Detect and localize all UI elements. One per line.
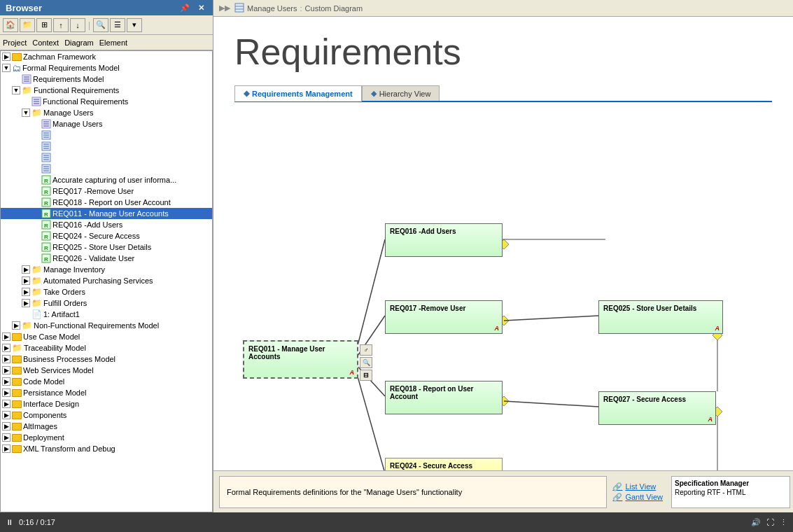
list-view-btn[interactable]: 🔗 List View: [612, 482, 663, 491]
tree-item-fulfill-orders[interactable]: ▶📁Fulfill Orders: [1, 298, 212, 309]
tree-item-persistance[interactable]: ▶Persistance Model: [1, 387, 212, 398]
node-tool-2[interactable]: 🔍: [360, 357, 372, 368]
menu-project[interactable]: Project: [3, 38, 27, 47]
toolbar-btn-8[interactable]: ▾: [127, 18, 142, 32]
tree-item-components[interactable]: ▶Components: [1, 410, 212, 421]
sidebar-title: Browser: [6, 3, 42, 13]
app-container: Browser 📌 ✕ 🏠 📁 ⊞ ↑ ↓ | 🔍 ☰ ▾ Project Co…: [0, 0, 793, 532]
tree-item-req018[interactable]: RREQ018 - Report on User Account: [1, 197, 212, 208]
fullscreen-btn[interactable]: ⛶: [766, 518, 774, 526]
breadcrumb-custom-diagram: Custom Diagram: [305, 4, 363, 13]
toolbar-btn-5[interactable]: ↓: [70, 18, 85, 32]
expand-btn-formal-req[interactable]: ▼: [2, 64, 10, 72]
expand-btn-zachman[interactable]: ▶: [2, 52, 10, 61]
expand-btn-business-proc[interactable]: ▶: [2, 355, 10, 363]
tab-req-management[interactable]: ◆ Requirements Management: [234, 85, 362, 102]
tree-item-accurate[interactable]: RAccurate capturing of user informa...: [1, 174, 212, 186]
tab-hierarchy[interactable]: ◆ Hierarchy View: [362, 85, 440, 101]
diagram-content[interactable]: Requirements ◆ Requirements Management ◆…: [213, 17, 793, 470]
tree-item-zachman[interactable]: ▶Zachman Framework: [1, 51, 212, 62]
volume-btn[interactable]: 🔊: [751, 518, 761, 527]
tree-item-deployment[interactable]: ▶Deployment: [1, 432, 212, 443]
gantt-view-btn[interactable]: 🔗 Gantt View: [612, 493, 663, 502]
expand-btn-manage-inventory[interactable]: ▶: [22, 265, 30, 274]
tree-item-alt-images[interactable]: ▶AltImages: [1, 421, 212, 432]
toolbar-btn-3[interactable]: ⊞: [36, 18, 52, 32]
tree-label-req-model: Requirements Model: [33, 75, 104, 83]
expand-btn-non-func[interactable]: ▶: [12, 321, 20, 330]
diagram-title: Requirements: [213, 17, 793, 80]
tree-item-business-proc[interactable]: ▶Business Processes Model: [1, 354, 212, 365]
sidebar-tree[interactable]: ▶Zachman Framework▼🗂Formal Requirements …: [0, 50, 213, 512]
tree-item-functional-req[interactable]: ▼📁Functional Requirements: [1, 85, 212, 96]
menu-element[interactable]: Element: [99, 38, 127, 47]
toolbar-btn-4[interactable]: ↑: [53, 18, 69, 32]
node-tool-1[interactable]: ♂: [360, 344, 372, 356]
tree-item-traceability[interactable]: ▶📁Traceability Model: [1, 342, 212, 354]
tree-item-list2[interactable]: [1, 141, 212, 152]
expand-btn-interface-design[interactable]: ▶: [2, 400, 10, 408]
tree-label-req025: REQ025 - Store User Details: [52, 243, 151, 251]
tree-label-non-func: Non-Functional Requirements Model: [34, 321, 159, 330]
tree-label-take-orders: Take Orders: [43, 288, 85, 296]
expand-btn-take-orders[interactable]: ▶: [22, 288, 30, 296]
tree-item-req011[interactable]: RREQ011 - Manage User Accounts: [1, 208, 212, 219]
toolbar-btn-1[interactable]: 🏠: [3, 18, 18, 32]
tree-item-manage-users-item[interactable]: Manage Users: [1, 118, 212, 130]
node-req017[interactable]: REQ017 -Remove User A: [385, 300, 503, 334]
tree-item-code-model[interactable]: ▶Code Model: [1, 376, 212, 387]
svg-line-54: [504, 316, 598, 321]
expand-btn-xml-transform[interactable]: ▶: [2, 444, 10, 453]
tree-item-interface-design[interactable]: ▶Interface Design: [1, 398, 212, 410]
tree-item-use-case[interactable]: ▶Use Case Model: [1, 331, 212, 342]
tree-item-list3[interactable]: [1, 152, 212, 163]
tree-item-req017[interactable]: RREQ017 -Remove User: [1, 186, 212, 197]
node-req011[interactable]: REQ011 - Manage UserAccounts A ♂ 🔍 ⊟: [243, 340, 358, 379]
tree-item-req026[interactable]: RREQ026 - Validate User: [1, 253, 212, 264]
expand-btn-deployment[interactable]: ▶: [2, 433, 10, 442]
node-req024[interactable]: REQ024 - Secure Access: [385, 458, 503, 470]
toolbar-btn-6[interactable]: 🔍: [93, 18, 108, 32]
tree-item-manage-users[interactable]: ▼📁Manage Users: [1, 107, 212, 118]
tree-item-req-model[interactable]: Requirements Model: [1, 74, 212, 85]
expand-btn-manage-users[interactable]: ▼: [22, 108, 30, 117]
play-pause-btn[interactable]: ⏸: [6, 518, 13, 526]
tree-item-artifact1[interactable]: 📄1: Artifact1: [1, 309, 212, 320]
expand-btn-use-case[interactable]: ▶: [2, 332, 10, 341]
expand-btn-persistance[interactable]: ▶: [2, 388, 10, 397]
tree-item-web-services[interactable]: ▶Web Services Model: [1, 365, 212, 376]
menu-context[interactable]: Context: [32, 38, 59, 47]
expand-btn-code-model[interactable]: ▶: [2, 377, 10, 386]
node-req016[interactable]: REQ016 -Add Users: [385, 223, 503, 257]
node-tool-3[interactable]: ⊟: [360, 370, 372, 381]
expand-btn-web-services[interactable]: ▶: [2, 366, 10, 374]
expand-btn-auto-purchasing[interactable]: ▶: [22, 276, 30, 285]
toolbar-btn-7[interactable]: ☰: [110, 18, 125, 32]
tree-item-req024[interactable]: RREQ024 - Secure Access: [1, 230, 212, 241]
tree-item-manage-inventory[interactable]: ▶📁Manage Inventory: [1, 264, 212, 275]
tree-item-func-req-item[interactable]: Functional Requirements: [1, 96, 212, 107]
tab-req-label: Requirements Management: [252, 90, 353, 98]
tree-item-req016[interactable]: RREQ016 -Add Users: [1, 219, 212, 230]
tree-item-list1[interactable]: [1, 130, 212, 141]
sidebar-pin-btn[interactable]: 📌: [177, 3, 192, 13]
menu-diagram[interactable]: Diagram: [64, 38, 94, 47]
tree-item-non-func[interactable]: ▶📁Non-Functional Requirements Model: [1, 320, 212, 331]
expand-btn-alt-images[interactable]: ▶: [2, 422, 10, 430]
node-req027[interactable]: REQ027 - Secure Access A: [598, 391, 716, 425]
expand-btn-functional-req[interactable]: ▼: [12, 86, 20, 94]
tree-item-xml-transform[interactable]: ▶XML Transform and Debug: [1, 443, 212, 454]
tree-item-auto-purchasing[interactable]: ▶📁Automated Purchasing Services: [1, 275, 212, 286]
sidebar-close-btn[interactable]: ✕: [195, 3, 207, 13]
expand-btn-fulfill-orders[interactable]: ▶: [22, 299, 30, 307]
node-req018[interactable]: REQ018 - Report on UserAccount: [385, 381, 503, 414]
tree-item-take-orders[interactable]: ▶📁Take Orders: [1, 286, 212, 298]
menu-btn[interactable]: ⋮: [780, 518, 787, 527]
expand-btn-traceability[interactable]: ▶: [2, 344, 10, 352]
tree-item-req025[interactable]: RREQ025 - Store User Details: [1, 241, 212, 253]
tree-item-list4[interactable]: [1, 163, 212, 174]
node-req025[interactable]: REQ025 - Store User Details A: [598, 300, 723, 334]
tree-item-formal-req[interactable]: ▼🗂Formal Requirements Model: [1, 62, 212, 74]
toolbar-btn-2[interactable]: 📁: [20, 18, 35, 32]
expand-btn-components[interactable]: ▶: [2, 411, 10, 419]
